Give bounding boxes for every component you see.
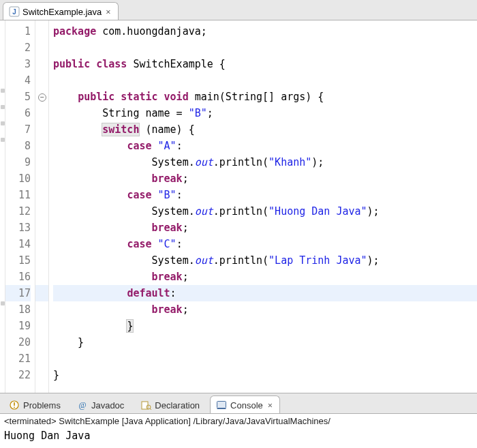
code-token: .println( — [213, 205, 268, 218]
console-output[interactable]: Huong Dan Java — [0, 428, 477, 446]
code-token: public — [53, 58, 90, 70]
code-token: "Lap Trinh Java" — [268, 254, 367, 267]
overview-mark — [1, 138, 5, 142]
code-token: "Huong Dan Java" — [268, 205, 367, 218]
line-number: 11 — [5, 187, 31, 203]
code-token: static — [121, 91, 157, 103]
fold-cell — [35, 334, 48, 350]
fold-cell — [35, 40, 48, 56]
code-line[interactable]: } — [53, 318, 477, 334]
line-number: 18 — [5, 301, 31, 318]
code-line[interactable]: } — [53, 367, 477, 383]
svg-line-8 — [150, 408, 151, 410]
code-token: ; — [183, 271, 189, 283]
code-token: switch — [102, 123, 139, 136]
code-line[interactable]: case "C": — [53, 236, 477, 252]
fold-cell — [35, 154, 48, 170]
code-line[interactable]: switch (name) { — [53, 121, 477, 138]
code-line[interactable]: break; — [53, 301, 477, 318]
code-token: String name = — [53, 107, 189, 119]
code-line[interactable]: System.out.println("Khanh"); — [53, 154, 477, 170]
code-line[interactable] — [53, 40, 477, 56]
javadoc-icon: @ — [77, 400, 88, 410]
code-token: } — [53, 369, 59, 381]
svg-rect-3 — [14, 402, 15, 406]
code-line[interactable]: public static void main(String[] args) { — [53, 89, 477, 105]
code-line[interactable] — [53, 350, 477, 367]
tab-declaration[interactable]: Declaration — [134, 395, 207, 413]
overview-mark — [1, 301, 5, 305]
code-token: : — [176, 140, 183, 152]
line-number: 12 — [5, 203, 31, 220]
code-line[interactable]: System.out.println("Huong Dan Java"); — [53, 203, 477, 220]
fold-cell — [35, 350, 48, 367]
code-token — [53, 287, 127, 299]
code-line[interactable]: default: — [53, 285, 477, 301]
console-view: <terminated> SwitchExample [Java Applica… — [0, 413, 477, 446]
code-token: : — [176, 189, 183, 201]
views-tabrow: Problems@JavadocDeclarationConsole✕ — [0, 393, 477, 413]
line-number: 3 — [5, 56, 31, 72]
code-token: : — [170, 287, 176, 299]
fold-toggle-icon[interactable]: − — [38, 93, 46, 102]
code-area[interactable]: package com.huongdanjava;public class Sw… — [49, 20, 477, 393]
code-token: "A" — [158, 140, 176, 152]
code-line[interactable]: String name = "B"; — [53, 105, 477, 121]
code-line[interactable]: case "A": — [53, 138, 477, 154]
code-token: break — [152, 303, 183, 316]
svg-text:@: @ — [78, 400, 86, 410]
code-token: "B" — [158, 189, 176, 201]
fold-cell — [35, 105, 48, 121]
code-line[interactable]: break; — [53, 220, 477, 236]
tab-javadoc[interactable]: @Javadoc — [71, 395, 132, 413]
code-line[interactable]: public class SwitchExample { — [53, 56, 477, 72]
code-line[interactable]: package com.huongdanjava; — [53, 23, 477, 40]
code-token: void — [164, 91, 189, 103]
overview-ruler — [0, 20, 5, 393]
code-token — [53, 91, 78, 103]
code-token: case — [127, 238, 151, 250]
close-icon[interactable]: ✕ — [106, 7, 110, 16]
code-token: } — [53, 336, 84, 348]
fold-gutter: − — [35, 20, 49, 393]
code-token: main(String[] args) { — [195, 91, 324, 103]
code-token: ; — [183, 222, 189, 234]
line-number: 2 — [5, 40, 31, 56]
code-token: ; — [207, 107, 213, 119]
code-line[interactable]: break; — [53, 269, 477, 285]
close-icon[interactable]: ✕ — [268, 400, 273, 410]
fold-cell — [35, 269, 48, 285]
svg-rect-10 — [217, 408, 226, 410]
code-token — [53, 238, 127, 250]
code-line[interactable] — [53, 72, 477, 89]
code-token: System. — [53, 205, 195, 218]
fold-cell: − — [35, 89, 48, 105]
java-file-icon: J — [9, 6, 20, 17]
code-token — [53, 173, 152, 185]
code-token: ); — [367, 254, 380, 267]
line-number: 5 — [5, 89, 31, 105]
fold-cell — [35, 367, 48, 383]
code-line[interactable]: break; — [53, 170, 477, 187]
line-number: 19 — [5, 318, 31, 334]
code-token: ); — [311, 156, 324, 168]
fold-cell — [35, 301, 48, 318]
code-token — [96, 25, 102, 38]
tab-console[interactable]: Console✕ — [210, 395, 280, 413]
code-token — [152, 189, 158, 201]
editor-tab-filename: SwitchExample.java — [22, 7, 102, 17]
editor-area[interactable]: 12345678910111213141516171819202122 − pa… — [0, 20, 477, 393]
code-token: default — [127, 287, 170, 299]
code-token: com.huongdanjava; — [102, 25, 207, 38]
tab-problems[interactable]: Problems — [3, 395, 68, 413]
code-token: "C" — [158, 238, 176, 250]
overview-mark — [1, 105, 5, 109]
tab-label: Problems — [23, 400, 61, 410]
editor-tab-switchexample[interactable]: J SwitchExample.java ✕ — [3, 2, 119, 20]
code-line[interactable]: case "B": — [53, 187, 477, 203]
code-line[interactable]: System.out.println("Lap Trinh Java"); — [53, 252, 477, 269]
line-number: 10 — [5, 170, 31, 187]
code-token: } — [127, 320, 133, 332]
code-line[interactable]: } — [53, 334, 477, 350]
code-token: .println( — [213, 156, 268, 168]
